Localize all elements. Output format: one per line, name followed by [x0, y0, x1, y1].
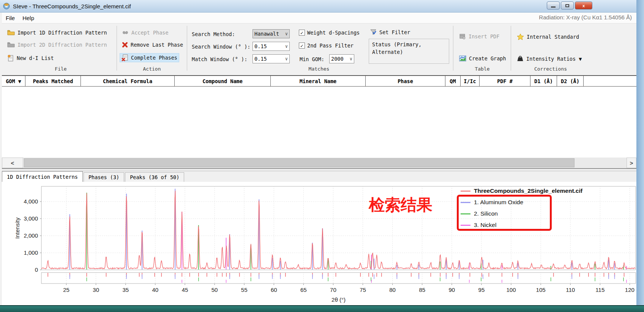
svg-text:60: 60: [271, 287, 277, 293]
new-document-icon: [7, 55, 14, 61]
panel-splitter[interactable]: [2, 168, 636, 171]
create-graph-button[interactable]: Create Graph: [458, 55, 508, 62]
intensity-ratios-button[interactable]: Intensity Ratios ▼: [515, 55, 583, 63]
new-di-list-button[interactable]: New d-I List: [6, 54, 55, 62]
results-table-header: GOM ▼Peaks MatchedChemical FormulaCompou…: [2, 75, 636, 87]
column-header-phase[interactable]: Phase: [366, 76, 445, 86]
import-1d-label: Import 1D Diffraction Pattern: [17, 30, 107, 36]
chart-legend: ThreeCompounds_2Single_element.cif1. Alu…: [461, 185, 582, 231]
svg-text:70: 70: [330, 287, 336, 293]
table-group-label: Table: [461, 66, 503, 72]
svg-text:120: 120: [625, 287, 635, 293]
scroll-right-button[interactable]: >: [627, 158, 636, 168]
column-header-chemical-formula[interactable]: Chemical Formula: [81, 76, 175, 86]
complete-phases-button[interactable]: Complete Phases: [120, 53, 179, 62]
svg-text:35: 35: [122, 287, 129, 293]
svg-text:25: 25: [63, 287, 69, 293]
window-title: SIeve - ThreeCompounds_2Single_element.c…: [13, 3, 131, 9]
min-gom-value: 2000: [331, 56, 344, 62]
weight-d-spacings-checkbox[interactable]: ✓ Weight d-Spacings: [299, 30, 360, 36]
column-header-compound-name[interactable]: Compound Name: [175, 76, 271, 86]
accept-phase-button: Accept Phase: [120, 29, 170, 36]
checkbox-checked-icon: ✓: [299, 43, 305, 49]
legend-item: 3. Nickel: [461, 219, 582, 231]
toolbar-separator: [187, 26, 187, 71]
intensity-ratios-label: Intensity Ratios ▼: [526, 56, 582, 62]
legend-item: 2. Silicon: [461, 208, 582, 219]
legend-item: 1. Aluminum Oxide: [461, 197, 582, 208]
column-header-d1-[interactable]: D1 (Å): [530, 76, 557, 86]
set-filter-button[interactable]: Set Filter: [368, 28, 412, 36]
svg-text:45: 45: [182, 287, 188, 293]
svg-text:105: 105: [536, 287, 546, 293]
svg-text:50: 50: [212, 287, 218, 293]
remove-last-phase-button[interactable]: Remove Last Phase: [120, 41, 185, 49]
tab-phases-3-[interactable]: Phases (3): [84, 172, 124, 182]
window-border-right: [636, 0, 644, 305]
match-window-select[interactable]: 0.15 ∨: [253, 54, 290, 63]
toolbar-separator: [511, 26, 511, 71]
column-header-pdf-[interactable]: PDF #: [480, 76, 530, 86]
column-header-peaks-matched[interactable]: Peaks Matched: [25, 76, 81, 86]
scroll-right-icon: >: [630, 160, 633, 166]
column-header-d2-[interactable]: D2 (Å): [557, 76, 584, 86]
tab-bar: 1D Diffraction PatternsPhases (3)Peaks (…: [2, 171, 636, 182]
maximize-button[interactable]: [561, 2, 574, 9]
star-icon: [517, 33, 524, 40]
svg-text:Intensity: Intensity: [14, 217, 21, 239]
match-window-label: Match Window (° ):: [192, 56, 247, 62]
app-icon: [3, 3, 10, 9]
tab-peaks-36-of-50-[interactable]: Peaks (36 of 50): [125, 172, 184, 182]
chevron-down-icon: ∨: [285, 31, 288, 36]
search-window-select[interactable]: 0.15 ∨: [253, 42, 290, 51]
second-pass-filter-label: 2nd Pass Filter: [307, 43, 354, 49]
column-header-gom-[interactable]: GOM ▼: [2, 76, 25, 86]
chevron-down-icon: ∨: [350, 56, 352, 61]
close-button[interactable]: x: [575, 2, 592, 9]
legend-swatch: [461, 191, 470, 192]
radiation-label: Radiation: X-ray (Cu Kα1 1.54056 Å): [539, 14, 632, 20]
search-method-select[interactable]: Hanawalt ∨: [253, 29, 290, 38]
sieve-window: SIeve - ThreeCompounds_2Single_element.c…: [0, 0, 644, 312]
column-header-qm[interactable]: QM: [445, 76, 461, 86]
scroll-left-button[interactable]: <: [2, 158, 23, 168]
filter-icon: [370, 29, 377, 35]
internal-standard-button[interactable]: Internal Standard: [515, 33, 581, 41]
insert-pdf-icon: [459, 33, 466, 39]
menu-file[interactable]: File: [2, 14, 19, 22]
internal-standard-label: Internal Standard: [527, 34, 579, 40]
column-header-mineral-name[interactable]: Mineral Name: [271, 76, 366, 86]
title-bar[interactable]: SIeve - ThreeCompounds_2Single_element.c…: [0, 0, 644, 13]
menu-bar: File Help Radiation: X-ray (Cu Kα1 1.540…: [2, 13, 636, 24]
import-1d-button[interactable]: Import 1D Diffraction Pattern: [6, 29, 109, 36]
weight-icon: [517, 55, 524, 62]
tab-1d-diffraction-patterns[interactable]: 1D Diffraction Patterns: [2, 171, 83, 182]
legend-label: ThreeCompounds_2Single_element.cif: [474, 188, 582, 194]
search-method-label: Search Method:: [192, 31, 235, 37]
search-method-value: Hanawalt: [254, 31, 279, 37]
second-pass-filter-checkbox[interactable]: ✓ 2nd Pass Filter: [299, 43, 354, 49]
svg-text:90: 90: [448, 287, 455, 293]
complete-phases-icon: [122, 54, 128, 61]
svg-text:65: 65: [300, 287, 307, 293]
menu-help[interactable]: Help: [19, 14, 38, 22]
column-header-i-ic[interactable]: I/Ic: [461, 76, 480, 86]
svg-text:55: 55: [241, 287, 248, 293]
scroll-left-icon: <: [11, 160, 14, 166]
match-window-value: 0.15: [254, 56, 267, 62]
search-window-label: Search Window (° ):: [192, 44, 250, 50]
svg-text:95: 95: [478, 287, 485, 293]
minimize-button[interactable]: [547, 2, 560, 9]
folder-open-icon: [7, 30, 15, 36]
action-group-label: Action: [131, 66, 173, 72]
legend-label: 3. Nickel: [474, 222, 496, 228]
scrollbar-thumb[interactable]: [24, 158, 575, 167]
status-filter-box: Status (Primary, Alternate): [369, 39, 449, 64]
horizontal-scrollbar[interactable]: < >: [2, 158, 636, 168]
accept-phase-icon: [122, 30, 129, 35]
svg-text:2,000: 2,000: [24, 232, 38, 239]
min-gom-select[interactable]: 2000 ∨: [329, 54, 354, 63]
svg-text:3,000: 3,000: [24, 215, 38, 222]
svg-text:80: 80: [389, 287, 396, 293]
accept-phase-label: Accept Phase: [131, 30, 169, 36]
